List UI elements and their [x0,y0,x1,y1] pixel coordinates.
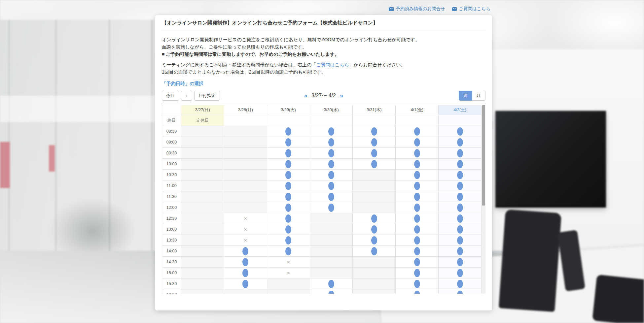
slot-available[interactable] [353,224,396,235]
month-view-button[interactable]: 月 [472,91,485,101]
day-header-sunday[interactable]: 3/27(日) [181,105,224,115]
inline-question-link[interactable]: ご質問はこちら [316,62,349,67]
slot-available[interactable] [267,235,310,246]
slot-available[interactable] [439,159,482,170]
day-header[interactable]: 3/29(火) [267,105,310,115]
slot-available[interactable] [439,235,482,246]
slot-available[interactable] [267,180,310,191]
available-dot-icon [457,225,463,234]
slot-available[interactable] [353,148,396,159]
available-dot-icon [285,225,291,234]
slot-available[interactable] [439,246,482,257]
intro-line-4-mid: は、右上の「 [288,62,316,67]
slot-available[interactable] [353,137,396,148]
slot-available[interactable] [267,170,310,180]
slot-available[interactable] [310,159,353,170]
slot-available[interactable] [310,202,353,213]
slot-available[interactable] [267,202,310,213]
slot-available[interactable] [396,246,439,257]
slot-available[interactable] [439,213,482,224]
day-header[interactable]: 3/31(木) [353,105,396,115]
slot-available[interactable] [396,278,439,289]
slot-available[interactable] [439,126,482,137]
slot-empty [224,180,267,191]
slot-available[interactable] [396,202,439,213]
slot-available[interactable] [396,159,439,170]
today-button[interactable]: 今日 [162,91,179,101]
slot-available[interactable] [353,213,396,224]
slot-available[interactable] [310,148,353,159]
day-header[interactable]: 3/30(水) [310,105,353,115]
slot-available[interactable] [267,159,310,170]
day-header[interactable]: 3/28(月) [224,105,267,115]
slot-available[interactable] [439,137,482,148]
time-label: 09:00 [162,137,181,148]
scrollbar-thumb[interactable] [482,105,485,206]
slot-available[interactable] [353,126,396,137]
slot-available[interactable] [396,268,439,278]
slot-available[interactable] [224,257,267,268]
slot-empty [267,289,310,294]
slot-available[interactable] [439,268,482,278]
slot-available[interactable] [310,278,353,289]
slot-available[interactable] [267,126,310,137]
time-row: 14:00 [162,246,482,257]
slot-available[interactable] [396,235,439,246]
slot-available[interactable] [396,257,439,268]
slot-available[interactable] [310,180,353,191]
next-day-button[interactable]: › [181,91,192,101]
slot-available[interactable] [267,224,310,235]
intro-line-3: ■ ご予約可能な時間帯は常に変動しますので、お早めのご予約をお願いいたします。 [162,50,485,58]
slot-available[interactable] [439,278,482,289]
slot-available[interactable] [224,268,267,278]
slot-available[interactable] [224,278,267,289]
date-picker-button[interactable]: 日付指定 [194,91,220,101]
slot-available[interactable] [439,224,482,235]
slot-available[interactable] [396,180,439,191]
slot-available[interactable] [224,246,267,257]
slot-available[interactable] [439,289,482,294]
slot-empty [267,278,310,289]
slot-available[interactable] [439,191,482,202]
slot-empty [224,202,267,213]
slot-available[interactable] [396,137,439,148]
slot-available[interactable] [267,246,310,257]
slot-available[interactable] [396,213,439,224]
slot-available[interactable] [439,257,482,268]
available-dot-icon [285,236,291,244]
slot-available[interactable] [267,191,310,202]
prev-week-button[interactable]: « [304,92,307,99]
slot-available[interactable] [396,224,439,235]
slot-available[interactable] [310,170,353,180]
slot-available[interactable] [310,137,353,148]
slot-available[interactable] [396,148,439,159]
week-view-button[interactable]: 週 [459,91,472,101]
slot-available[interactable] [310,126,353,137]
time-label: 12:30 [162,213,181,224]
slot-available[interactable] [353,246,396,257]
next-week-button[interactable]: » [340,92,343,99]
booked-info-inquiry-link[interactable]: 予約済み情報のお問合せ [389,6,445,12]
slot-empty [181,224,224,235]
slot-available[interactable] [353,235,396,246]
slot-available[interactable] [439,148,482,159]
calendar-scrollbar[interactable] [482,105,485,294]
day-header-saturday[interactable]: 4/2(土) [439,105,482,115]
intro-line-2: 面談を実施しながら、ご要件に沿ってお見積もりの作成も可能です。 [162,43,485,50]
slot-available[interactable] [396,126,439,137]
question-link[interactable]: ご質問はこちら [452,6,490,12]
slot-available[interactable] [310,289,353,294]
slot-available[interactable] [439,170,482,180]
day-header[interactable]: 4/1(金) [396,105,439,115]
slot-available[interactable] [396,289,439,294]
select-datetime-link[interactable]: 「予約日時」の選択 [162,81,485,87]
slot-available[interactable] [267,137,310,148]
slot-available[interactable] [310,191,353,202]
slot-available[interactable] [439,180,482,191]
slot-available[interactable] [267,148,310,159]
slot-available[interactable] [353,159,396,170]
slot-available[interactable] [396,191,439,202]
slot-available[interactable] [396,170,439,180]
slot-available[interactable] [267,213,310,224]
slot-available[interactable] [439,202,482,213]
